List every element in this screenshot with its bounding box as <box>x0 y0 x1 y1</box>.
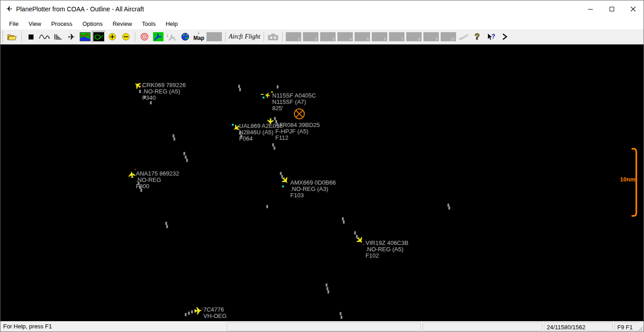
toolbar-blank-map-button[interactable] <box>206 31 223 43</box>
toolbar-world-button[interactable] <box>178 31 192 43</box>
trail-mark <box>326 283 327 287</box>
toolbar-open-file-button[interactable] <box>5 31 19 43</box>
globe-icon <box>181 33 189 41</box>
toolbar-aircraft-list-button[interactable]: Aircft <box>228 31 244 43</box>
signal-wave-icon <box>39 33 50 40</box>
view-preset-icon: 7 <box>389 32 404 41</box>
view-preset-icon: 1 <box>286 32 301 41</box>
view-preset-icon: 5 <box>355 32 370 41</box>
trail-mark <box>448 206 450 210</box>
toolbar-zoom-out-button[interactable] <box>119 31 133 43</box>
menu-tools[interactable]: Tools <box>137 19 160 29</box>
aircraft-label-line: F340 <box>142 95 186 101</box>
aircraft-label-line: AFR084 39BD25 <box>275 122 320 128</box>
toolbar-map-load-button[interactable]: Map↓ <box>192 31 206 43</box>
toolbar: ✈ i Map↓AircftFlight 12345678 <box>0 29 644 44</box>
window-title: PlanePlotter from COAA - Outline - All A… <box>16 5 144 13</box>
radar-display[interactable]: 10nm CRK069 789226.NO-REG (A5)F340 N115S… <box>0 44 644 321</box>
trail-mark <box>342 217 344 220</box>
maximize-icon <box>610 7 614 11</box>
minimize-button[interactable] <box>580 0 601 18</box>
aircraft-symbol-icon <box>266 117 275 126</box>
range-rings-marker-icon <box>293 107 306 120</box>
zoom-in-icon <box>108 33 116 41</box>
toolbar-help-button[interactable]: ? <box>471 31 484 43</box>
trail-mark <box>327 287 328 290</box>
aircraft-VIR19Z[interactable] <box>356 236 365 247</box>
trail-mark <box>191 310 193 313</box>
toolbar-grip[interactable] <box>2 31 4 42</box>
aircraft-label-line: VH-OEG <box>203 313 226 319</box>
aircraft-ANA175[interactable] <box>127 170 136 181</box>
trail-mark <box>186 159 188 162</box>
toolbar-more-tools-button[interactable] <box>498 31 511 43</box>
toolbar-draw-button[interactable] <box>457 31 471 43</box>
menu-process[interactable]: Process <box>46 19 77 29</box>
trail-mark <box>173 134 174 137</box>
aircraft-label-line: ANA175 869232 <box>136 171 179 177</box>
toolbar-context-help-button[interactable]: ? <box>484 31 498 43</box>
zoom-out-icon <box>122 33 130 41</box>
trail-mark <box>272 143 274 146</box>
trail-mark <box>266 205 268 208</box>
trail-mark <box>340 312 341 315</box>
view-preset-icon: 9 <box>423 32 439 41</box>
status-bar: For Help, press F1 24/11580/1562 F9 F1 <box>0 321 644 332</box>
aircraft-label-7C4776: 7C4776VH-OEG <box>203 307 226 319</box>
resize-grip[interactable] <box>637 326 643 332</box>
aircraft-symbol-icon <box>194 306 203 315</box>
aircraft-AFR084[interactable] <box>266 117 275 128</box>
close-button[interactable] <box>622 0 644 18</box>
toolbar-io-setup-button[interactable]: i <box>165 31 178 43</box>
app-window: ✈ PlanePlotter from COAA - Outline - All… <box>0 0 644 332</box>
toolbar-stop-button[interactable] <box>24 31 38 43</box>
toolbar-zoom-in-button[interactable] <box>106 31 119 43</box>
aircraft-7C4776[interactable] <box>194 306 203 317</box>
toolbar-view-preset-6-button[interactable]: 6 <box>371 31 388 43</box>
toolbar-view-preset-3-button[interactable]: 3 <box>319 31 336 43</box>
toolbar-locate-button[interactable] <box>138 31 151 43</box>
menu-help[interactable]: Help <box>161 19 183 29</box>
aircraft-list-icon: Aircft <box>229 33 243 40</box>
trail-mark <box>343 220 345 224</box>
aircraft-label-line: F103 <box>290 192 336 199</box>
expand-toolbar-icon <box>501 33 508 40</box>
svg-text:i: i <box>167 33 168 38</box>
trail-mark <box>354 231 356 234</box>
aircraft-AMX669[interactable] <box>281 176 290 187</box>
maximize-button[interactable] <box>601 0 622 18</box>
toolbar-separator <box>225 32 226 42</box>
title-bar: ✈ PlanePlotter from COAA - Outline - All… <box>0 0 644 18</box>
toolbar-camera-button[interactable] <box>266 31 280 43</box>
aircraft-label-line: .NO-REG <box>136 177 179 183</box>
toolbar-aircraft-view-button[interactable]: ✈ <box>65 31 78 43</box>
aircraft-CRK069[interactable] <box>133 81 142 92</box>
toolbar-flight-list-button[interactable]: Flight <box>244 31 261 43</box>
menu-review[interactable]: Review <box>108 19 137 29</box>
trail-mark <box>274 146 275 150</box>
toolbar-view-preset-2-button[interactable]: 2 <box>302 31 319 43</box>
blank-map-icon <box>207 32 222 41</box>
toolbar-view-preset-7-button[interactable]: 7 <box>388 31 405 43</box>
view-preset-icon: 2 <box>303 32 318 41</box>
toolbar-message-log-button[interactable] <box>51 31 65 43</box>
menu-options[interactable]: Options <box>77 19 108 29</box>
toolbar-view-preset-9-button[interactable]: 9 <box>423 31 440 43</box>
toolbar-view-preset-8-button[interactable]: 8 <box>405 31 423 43</box>
chart-map-icon <box>80 32 91 41</box>
toolbar-options-setup-button[interactable] <box>151 31 165 43</box>
toolbar-view-preset-10-button[interactable]: 10 <box>440 31 457 43</box>
toolbar-chart-view-button[interactable] <box>78 31 92 43</box>
aircraft-N115SF[interactable] <box>263 91 272 102</box>
toolbar-view-preset-4-button[interactable]: 4 <box>336 31 354 43</box>
io-wrench-icon: i <box>166 32 177 41</box>
aircraft-symbol-icon <box>281 176 290 185</box>
scale-bracket <box>631 146 639 218</box>
toolbar-signal-trace-button[interactable] <box>38 31 51 43</box>
toolbar-view-preset-1-button[interactable]: 1 <box>285 31 302 43</box>
aircraft-label-line: F300 <box>136 183 179 190</box>
toolbar-view-preset-5-button[interactable]: 5 <box>354 31 371 43</box>
menu-file[interactable]: File <box>4 19 24 29</box>
toolbar-outline-view-button[interactable] <box>92 31 106 43</box>
menu-view[interactable]: View <box>24 19 46 29</box>
